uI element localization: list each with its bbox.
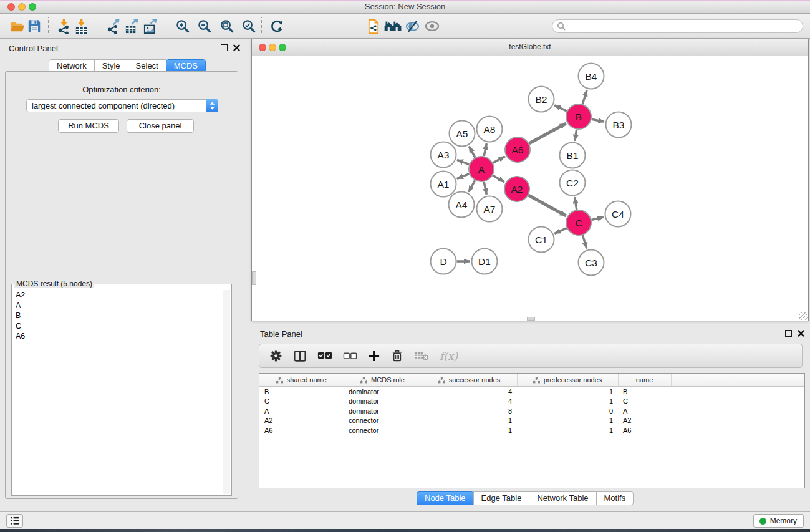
canvas-bottom-handle[interactable]: [527, 317, 535, 321]
graph-node-A4[interactable]: A4: [449, 192, 475, 218]
close-panel-button[interactable]: Close panel: [127, 119, 194, 133]
graph-edge-C-C3[interactable]: [582, 235, 587, 249]
network-window-titlebar[interactable]: testGlobe.txt: [252, 39, 808, 56]
zoom-selected-icon[interactable]: [241, 18, 257, 34]
tab-motifs[interactable]: Motifs: [596, 491, 634, 505]
column-header-predecessor-nodes[interactable]: predecessor nodes: [517, 374, 618, 387]
mcds-result-item[interactable]: A: [13, 301, 223, 311]
zoom-out-icon[interactable]: [196, 18, 213, 34]
import-network-icon[interactable]: [55, 18, 72, 34]
graph-node-B4[interactable]: B4: [579, 64, 604, 89]
export-table-icon[interactable]: [123, 18, 140, 34]
graph-node-C4[interactable]: C4: [605, 201, 631, 227]
new-network-from-file-icon[interactable]: [365, 18, 382, 34]
graph-node-B[interactable]: B: [566, 104, 591, 129]
graph-edge-B-B2[interactable]: [554, 105, 567, 111]
graph-edge-B-B4[interactable]: [582, 90, 587, 104]
table-row[interactable]: Cdominator41C: [259, 397, 804, 407]
graph-node-A8[interactable]: A8: [477, 117, 503, 142]
table-cell[interactable]: B: [618, 387, 671, 397]
close-window-button[interactable]: [7, 3, 15, 11]
settings-icon[interactable]: [269, 349, 282, 362]
maximize-window-button[interactable]: [29, 3, 36, 11]
mcds-result-item[interactable]: A2: [13, 290, 223, 301]
search-input[interactable]: [552, 19, 803, 33]
graph-edge-C-C2[interactable]: [575, 197, 577, 210]
close-panel-icon[interactable]: [233, 44, 240, 51]
memory-button[interactable]: Memory: [753, 514, 804, 528]
graph-edge-B-B1[interactable]: [575, 130, 577, 141]
table-cell[interactable]: A: [259, 406, 344, 416]
delete-column-icon[interactable]: [391, 349, 403, 362]
home-icon[interactable]: [383, 18, 403, 34]
table-cell[interactable]: A: [618, 406, 671, 416]
mcds-result-item[interactable]: C: [13, 321, 223, 332]
graph-node-C3[interactable]: C3: [579, 250, 604, 276]
table-cell[interactable]: 8: [422, 406, 517, 416]
column-header-MCDS-role[interactable]: MCDS role: [344, 374, 422, 387]
graph-edge-A2-C[interactable]: [528, 195, 566, 216]
canvas-left-handle[interactable]: [252, 271, 256, 285]
zoom-in-icon[interactable]: [175, 18, 191, 34]
graph-edge-A-A2[interactable]: [493, 175, 504, 181]
network-maximize-button[interactable]: [279, 44, 286, 51]
graph-node-D1[interactable]: D1: [472, 249, 498, 274]
graph-node-C2[interactable]: C2: [560, 170, 586, 196]
table-cell[interactable]: 1: [422, 416, 517, 426]
network-minimize-button[interactable]: [269, 44, 276, 51]
minimize-window-button[interactable]: [18, 3, 26, 11]
tab-node-table[interactable]: Node Table: [417, 491, 474, 505]
float-panel-icon[interactable]: [785, 330, 792, 337]
zoom-fit-icon[interactable]: [219, 18, 235, 34]
column-header-name[interactable]: name: [618, 374, 671, 387]
graph-edge-A-A8[interactable]: [484, 143, 486, 156]
table-cell[interactable]: C: [618, 397, 671, 407]
graph-edge-A-A3[interactable]: [457, 160, 469, 164]
table-row[interactable]: Bdominator41B: [259, 387, 804, 397]
network-canvas[interactable]: AA1A2A3A4A5A6A7A8BB1B2B3B4CC1C2C3C4DD1: [252, 56, 808, 321]
close-panel-icon[interactable]: [798, 330, 804, 337]
table-cell[interactable]: 1: [517, 425, 618, 435]
table-cell[interactable]: A2: [259, 416, 344, 426]
table-cell[interactable]: 4: [422, 387, 517, 397]
table-cell[interactable]: B: [259, 387, 344, 397]
node-table[interactable]: shared nameMCDS rolesuccessor nodesprede…: [259, 373, 805, 488]
graph-node-A[interactable]: A: [469, 157, 494, 181]
mcds-list-scrollbar[interactable]: [223, 290, 230, 494]
table-row[interactable]: A6connector11A6: [259, 425, 804, 435]
tab-network-table[interactable]: Network Table: [529, 491, 596, 505]
export-network-icon[interactable]: [105, 18, 122, 34]
graph-node-A3[interactable]: A3: [431, 142, 456, 168]
graph-node-B1[interactable]: B1: [560, 143, 586, 168]
deselect-all-columns-icon[interactable]: [343, 352, 357, 360]
table-cell[interactable]: dominator: [344, 387, 422, 397]
column-layout-icon[interactable]: [293, 349, 307, 363]
graph-node-A5[interactable]: A5: [450, 121, 475, 147]
table-cell[interactable]: 0: [517, 406, 618, 416]
table-cell[interactable]: C: [259, 397, 344, 407]
show-graphics-details-icon[interactable]: [424, 18, 440, 34]
save-session-icon[interactable]: [26, 18, 42, 34]
add-column-icon[interactable]: [368, 350, 380, 362]
graph-node-B3[interactable]: B3: [606, 112, 632, 138]
table-cell[interactable]: connector: [344, 425, 422, 435]
graph-edge-C-C4[interactable]: [591, 217, 604, 220]
optimization-criterion-dropdown[interactable]: largest connected component (directed): [26, 99, 218, 112]
mcds-result-item[interactable]: B: [13, 311, 223, 321]
network-graph[interactable]: AA1A2A3A4A5A6A7A8BB1B2B3B4CC1C2C3C4DD1: [252, 56, 808, 321]
select-all-columns-icon[interactable]: [317, 351, 332, 360]
table-cell[interactable]: dominator: [344, 406, 422, 416]
table-cell[interactable]: A6: [259, 425, 344, 435]
graph-node-B2[interactable]: B2: [529, 87, 554, 112]
graph-node-A1[interactable]: A1: [431, 172, 456, 197]
table-row[interactable]: A2connector11A2: [259, 416, 804, 426]
column-header-successor-nodes[interactable]: successor nodes: [422, 374, 517, 387]
table-cell[interactable]: 1: [517, 416, 618, 426]
refresh-icon[interactable]: [269, 18, 285, 34]
graph-node-A2[interactable]: A2: [504, 177, 529, 201]
table-cell[interactable]: connector: [344, 416, 422, 426]
graph-edge-A-A1[interactable]: [457, 174, 470, 179]
table-cell[interactable]: 4: [422, 397, 517, 407]
tab-edge-table[interactable]: Edge Table: [473, 491, 530, 505]
graph-node-D[interactable]: D: [431, 249, 456, 274]
